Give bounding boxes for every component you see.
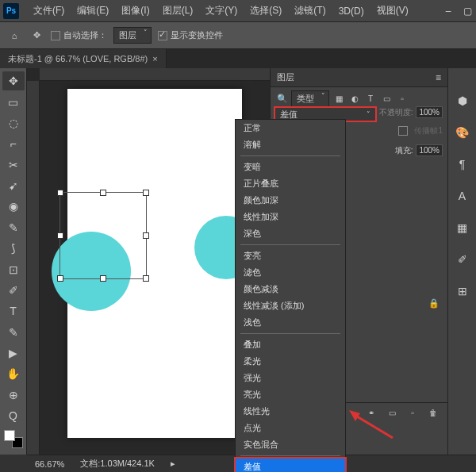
close-tab-icon[interactable]: × [152, 54, 157, 63]
tool-brush[interactable]: ✎ [2, 218, 25, 237]
layers-panel-header[interactable]: 图层 ≡ [271, 68, 447, 87]
handle-top-left[interactable] [57, 190, 63, 196]
separator [240, 155, 340, 156]
strip-color-icon[interactable]: 🎨 [451, 124, 474, 141]
blend-item[interactable]: 点光 [236, 420, 345, 436]
menu-3d[interactable]: 3D(D) [332, 6, 370, 17]
blend-item[interactable]: 深色 [236, 225, 345, 242]
tool-clone[interactable]: ⟆ [2, 239, 25, 258]
blend-item[interactable]: 变暗 [236, 159, 345, 175]
strip-paragraph-icon[interactable]: ¶ [451, 155, 474, 173]
menu-file[interactable]: 文件(F) [27, 4, 71, 17]
blend-item[interactable]: 变亮 [236, 248, 345, 264]
strip-brush-icon[interactable]: ✐ [451, 251, 474, 268]
blend-item[interactable]: 叠加 [236, 336, 345, 353]
blend-item[interactable]: 颜色加深 [236, 192, 345, 209]
handle-top-center[interactable] [100, 190, 106, 196]
menu-filter[interactable]: 滤镜(T) [288, 4, 332, 17]
panel-menu-icon[interactable]: ≡ [436, 72, 441, 83]
layer-filter-type[interactable]: 类型 [291, 90, 329, 107]
filter-pixel-icon[interactable]: ▦ [332, 93, 345, 106]
blend-item[interactable]: 强光 [236, 370, 345, 386]
auto-select-target[interactable]: 图层 [113, 27, 152, 44]
blend-item[interactable]: 正片叠底 [236, 175, 345, 192]
menu-select[interactable]: 选择(S) [244, 4, 288, 17]
tool-marquee[interactable]: ▭ [2, 92, 25, 111]
blend-item[interactable]: 正常 [236, 120, 345, 136]
zoom-level[interactable]: 66.67% [35, 459, 64, 469]
blend-item[interactable]: 柔光 [236, 353, 345, 370]
maximize-button[interactable]: ▢ [462, 6, 473, 17]
separator [240, 333, 340, 334]
tool-pen[interactable]: ✐ [2, 281, 25, 300]
blend-item[interactable]: 溶解 [236, 136, 345, 153]
document-info[interactable]: 文档:1.03M/424.1K [80, 458, 155, 470]
foreground-color[interactable] [4, 430, 15, 441]
new-layer-icon[interactable]: ▫ [406, 407, 419, 420]
options-bar: ⌂ ✥ 自动选择： 图层 显示变换控件 [0, 22, 476, 49]
filter-adjust-icon[interactable]: ◐ [348, 93, 361, 106]
tool-quickmask[interactable]: Q [2, 406, 25, 425]
tool-zoom[interactable]: ⊕ [2, 386, 25, 405]
fill-value[interactable]: 100% [416, 144, 443, 156]
tool-text[interactable]: T [2, 301, 25, 320]
handle-middle-right[interactable] [143, 232, 149, 239]
collapsed-panels-strip: ⬢ 🎨 ¶ A ▦ ✐ ⊞ [447, 68, 476, 455]
filter-text-icon[interactable]: T [364, 93, 377, 106]
svg-line-0 [353, 414, 393, 438]
tool-gradient[interactable]: ⊡ [2, 259, 25, 278]
blend-item[interactable]: 滤色 [236, 264, 345, 281]
blend-item[interactable]: 实色混合 [236, 436, 345, 453]
handle-bottom-right[interactable] [143, 275, 149, 282]
blend-item[interactable]: 线性减淡 (添加) [236, 297, 345, 314]
status-chevron-icon[interactable]: ▸ [171, 459, 175, 469]
lock-all-icon[interactable]: 🔒 [428, 298, 440, 309]
filter-smart-icon[interactable]: ▫ [396, 93, 409, 106]
tool-eyedropper[interactable]: ➹ [2, 176, 25, 195]
strip-arrange-icon[interactable]: ⊞ [451, 282, 474, 300]
blend-item[interactable]: 线性加深 [236, 209, 345, 225]
tool-lasso[interactable]: ◌ [2, 113, 25, 132]
tool-move[interactable]: ✥ [2, 71, 25, 90]
ruler-vertical [27, 81, 40, 455]
tool-hand[interactable]: ✋ [2, 364, 25, 383]
minimize-button[interactable]: – [443, 6, 454, 17]
filter-shape-icon[interactable]: ▭ [380, 93, 393, 106]
propagate-checkbox[interactable] [398, 126, 408, 136]
handle-bottom-center[interactable] [100, 275, 106, 282]
handle-bottom-left[interactable] [57, 275, 63, 282]
handle-middle-left[interactable] [57, 232, 63, 239]
tool-direct-select[interactable]: ▶ [2, 343, 25, 363]
blend-item-selected[interactable]: 差值 [234, 457, 347, 472]
tool-healing[interactable]: ◉ [2, 197, 25, 216]
blend-item[interactable]: 亮光 [236, 386, 345, 403]
handle-top-right[interactable] [143, 190, 149, 196]
delete-layer-icon[interactable]: 🗑 [427, 407, 440, 420]
menu-layer[interactable]: 图层(L) [156, 4, 200, 17]
tool-slice[interactable]: ✂ [2, 155, 25, 175]
strip-character-icon[interactable]: A [451, 187, 474, 205]
transform-bounding-box[interactable] [60, 192, 147, 279]
show-transform-checkbox[interactable] [158, 31, 167, 40]
blend-item[interactable]: 线性光 [236, 403, 345, 420]
menu-edit[interactable]: 编辑(E) [71, 4, 115, 17]
strip-grid-icon[interactable]: ▦ [451, 219, 474, 236]
blend-item[interactable]: 浅色 [236, 314, 345, 331]
home-icon[interactable]: ⌂ [6, 28, 22, 44]
opacity-value[interactable]: 100% [416, 106, 443, 118]
move-tool-icon[interactable]: ✥ [29, 28, 44, 44]
app-logo: Ps [3, 3, 19, 19]
canvas[interactable] [67, 89, 242, 438]
menu-type[interactable]: 文字(Y) [199, 4, 244, 17]
strip-swatches-icon[interactable]: ⬢ [451, 92, 474, 109]
blend-item[interactable]: 颜色减淡 [236, 281, 345, 297]
menu-image[interactable]: 图像(I) [115, 4, 155, 17]
color-swatches[interactable] [4, 430, 23, 448]
auto-select-checkbox[interactable] [51, 31, 60, 40]
document-tab[interactable]: 未标题-1 @ 66.7% (LOVE, RGB/8#) × [0, 49, 167, 68]
tool-path[interactable]: ✎ [2, 323, 25, 342]
tool-crop[interactable]: ⌐ [2, 134, 25, 153]
menu-view[interactable]: 视图(V) [370, 4, 415, 17]
ruler-horizontal [40, 68, 270, 81]
menubar: Ps 文件(F) 编辑(E) 图像(I) 图层(L) 文字(Y) 选择(S) 滤… [0, 0, 476, 22]
